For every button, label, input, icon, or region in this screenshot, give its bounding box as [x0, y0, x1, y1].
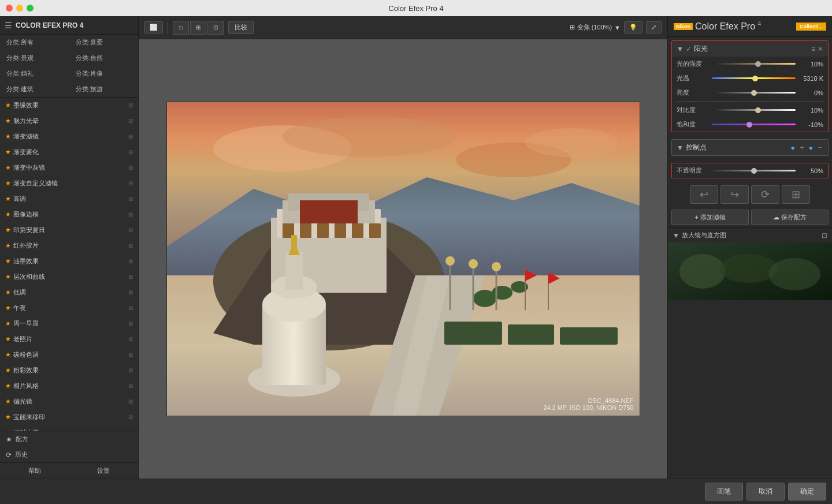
add-filter-button[interactable]: + 添加滤镜 — [671, 210, 749, 225]
save-recipe-button[interactable]: ☁ 保存配方 — [751, 210, 829, 225]
filter-old-photo[interactable]: ★老照片⊞ — [0, 331, 138, 347]
compare-button[interactable]: 比较 — [228, 21, 254, 34]
svg-point-37 — [492, 262, 501, 271]
filter-ink[interactable]: ★墨缘效果⊞ — [0, 98, 138, 113]
minimize-button[interactable] — [16, 5, 23, 12]
recipe-label: 配方 — [16, 435, 28, 443]
filter-high-key[interactable]: ★高调⊞ — [0, 191, 138, 207]
recipe-item[interactable]: ★ 配方 — [0, 431, 138, 447]
category-grid: 分类:所有 分类:喜爱 分类:景观 分类:自然 分类:婚礼 分类:肖像 分类:建… — [0, 35, 138, 98]
opacity-thumb[interactable] — [751, 168, 757, 174]
filter-polarizer[interactable]: ★偏光镜⊞ — [0, 394, 138, 409]
svg-rect-19 — [300, 200, 358, 223]
svg-point-47 — [720, 254, 778, 283]
color-temp-thumb[interactable] — [752, 76, 758, 81]
brush-button[interactable]: 画笔 — [705, 483, 743, 501]
category-nature[interactable]: 分类:自然 — [69, 50, 139, 66]
category-landscape[interactable]: 分类:景观 — [0, 50, 69, 66]
bottom-bar: 画笔 取消 确定 — [0, 479, 832, 504]
bulb-button[interactable]: 💡 — [624, 21, 642, 33]
category-all[interactable]: 分类:所有 — [0, 35, 69, 50]
filter-grad-custom[interactable]: ★渐变自定义滤镜⊞ — [0, 176, 138, 191]
saturation-thumb[interactable] — [746, 122, 752, 128]
filter-photo-style[interactable]: ★相片风格⊞ — [0, 378, 138, 394]
filter-monday[interactable]: ★周一早晨⊞ — [0, 316, 138, 331]
filter-options-icon: ⊞ — [128, 352, 133, 358]
maximize-button[interactable] — [27, 5, 34, 12]
main-container: ☰ COLOR EFEX PRO 4 分类:所有 分类:喜爱 分类:景观 分类:… — [0, 16, 832, 479]
category-wedding[interactable]: 分类:婚礼 — [0, 66, 69, 81]
history-item[interactable]: ⟳ 历史 — [0, 447, 138, 462]
magnifier-options-icon[interactable]: ⊡ — [822, 232, 827, 240]
brightness-track[interactable] — [712, 92, 796, 94]
filter-glamour[interactable]: ★魅力光晕⊞ — [0, 113, 138, 129]
saturation-track[interactable] — [712, 124, 796, 125]
reset-button[interactable]: ⟳ — [751, 185, 779, 204]
view-split-button[interactable]: ⊞ — [190, 21, 206, 35]
undo-button[interactable]: ↩ — [690, 185, 718, 204]
light-intensity-thumb[interactable] — [755, 61, 761, 67]
svg-point-3 — [283, 117, 456, 157]
filter-grad-fog[interactable]: ★渐变雾化⊞ — [0, 144, 138, 160]
brightness-thumb[interactable] — [751, 90, 757, 96]
contrast-track[interactable] — [712, 109, 796, 111]
opacity-slider-row: 不透明度 50% — [677, 166, 823, 175]
light-intensity-track[interactable] — [712, 63, 796, 65]
settings-button[interactable]: 设置 — [69, 463, 139, 479]
zoom-control: ⊞ 变焦 (100%) ▼ — [570, 23, 621, 32]
cancel-button[interactable]: 取消 — [746, 483, 785, 501]
collections-tab[interactable]: Collecti... — [796, 23, 826, 31]
filter-pastel[interactable]: ★粉彩效果⊞ — [0, 363, 138, 378]
filter-carbon[interactable]: ★碳粉色调⊞ — [0, 347, 138, 363]
saturation-value: -10% — [799, 121, 823, 128]
view-compare-button[interactable]: ⊡ — [207, 21, 224, 35]
filter-ir[interactable]: ★红外胶片⊞ — [0, 238, 138, 253]
star-icon: ★ — [5, 273, 11, 281]
close-button[interactable] — [6, 5, 13, 12]
filter-low-key[interactable]: ★低调⊞ — [0, 285, 138, 300]
confirm-button[interactable]: 确定 — [788, 483, 826, 501]
control-point-radio1-icon[interactable]: ● — [791, 144, 795, 152]
filter-grad[interactable]: ★渐变滤镜⊞ — [0, 129, 138, 144]
filter-grad-grey[interactable]: ★渐变中灰镜⊞ — [0, 160, 138, 176]
category-travel[interactable]: 分类:旅游 — [69, 81, 139, 97]
category-architecture[interactable]: 分类:建筑 — [0, 81, 69, 97]
expand-button[interactable]: ⤢ — [646, 21, 662, 33]
star-icon: ★ — [5, 351, 11, 359]
control-points-header: ▼ 控制点 ● ＋ ● － — [672, 140, 828, 155]
contrast-thumb[interactable] — [755, 107, 761, 113]
panel-title: Color Efex Pro 4 — [695, 21, 761, 32]
filter-curves[interactable]: ★层次和曲线⊞ — [0, 269, 138, 285]
magnifier-title: 放大镜与直方图 — [682, 231, 822, 240]
control-point-add-icon[interactable]: ＋ — [798, 143, 805, 152]
filter-midnight[interactable]: ★午夜⊞ — [0, 300, 138, 316]
filter-enabled-checkbox[interactable]: ✓ — [686, 45, 692, 53]
redo-button[interactable]: ↪ — [720, 185, 749, 204]
filter-options-icon: ⊞ — [128, 196, 133, 202]
filter-polaroid[interactable]: ★宝丽来移印⊞ — [0, 409, 138, 425]
light-intensity-value: 10% — [799, 61, 823, 68]
control-point-radio2-icon[interactable]: ● — [809, 144, 813, 152]
saturation-slider-row: 饱和度 -10% — [672, 117, 828, 132]
copy-button[interactable]: ⊞ — [782, 185, 810, 204]
category-favorite[interactable]: 分类:喜爱 — [69, 35, 139, 50]
filter-indian[interactable]: ★印第安夏日⊞ — [0, 222, 138, 238]
export-button[interactable]: ⬜ — [144, 21, 163, 33]
category-portrait[interactable]: 分类:肖像 — [69, 66, 139, 81]
view-single-button[interactable]: □ — [173, 21, 189, 35]
star-icon: ★ — [5, 382, 11, 390]
help-button[interactable]: 帮助 — [0, 463, 69, 479]
filter-soft-contrast[interactable]: ★淡对比度⊞ — [0, 425, 138, 431]
star-icon: ★ — [5, 195, 11, 203]
color-temp-track[interactable] — [712, 77, 796, 79]
opacity-section: 不透明度 50% — [671, 163, 829, 178]
filter-ink2[interactable]: ★油墨效果⊞ — [0, 253, 138, 269]
filter-border[interactable]: ★图像边框⊞ — [0, 207, 138, 222]
star-icon: ★ — [5, 117, 11, 125]
control-point-minus-icon[interactable]: － — [816, 143, 823, 152]
section-menu-icon[interactable]: ≡ — [811, 45, 815, 53]
magnifier-section: ▼ 放大镜与直方图 ⊡ — [668, 227, 832, 300]
svg-rect-14 — [300, 223, 311, 238]
section-close-icon[interactable]: ✕ — [818, 45, 823, 53]
opacity-track[interactable] — [712, 170, 796, 171]
